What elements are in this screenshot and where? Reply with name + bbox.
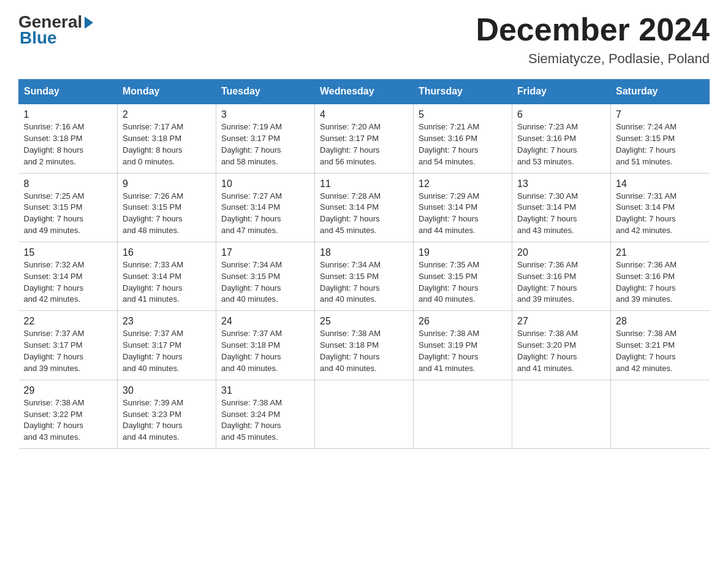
calendar-cell: 11Sunrise: 7:28 AMSunset: 3:14 PMDayligh… (315, 173, 414, 242)
day-number: 8 (24, 178, 113, 190)
day-number: 14 (616, 178, 705, 190)
calendar-cell: 21Sunrise: 7:36 AMSunset: 3:16 PMDayligh… (611, 242, 710, 310)
calendar-cell (611, 380, 710, 448)
calendar-cell: 8Sunrise: 7:25 AMSunset: 3:15 PMDaylight… (19, 173, 118, 242)
day-info: Sunrise: 7:38 AMSunset: 3:18 PMDaylight:… (320, 329, 381, 373)
day-number: 24 (221, 316, 309, 327)
calendar-cell: 23Sunrise: 7:37 AMSunset: 3:17 PMDayligh… (118, 311, 216, 380)
calendar-week-3: 15Sunrise: 7:32 AMSunset: 3:14 PMDayligh… (19, 242, 710, 310)
day-info: Sunrise: 7:24 AMSunset: 3:15 PMDaylight:… (616, 122, 677, 166)
calendar-cell: 22Sunrise: 7:37 AMSunset: 3:17 PMDayligh… (19, 311, 118, 380)
day-info: Sunrise: 7:36 AMSunset: 3:16 PMDaylight:… (616, 260, 677, 304)
day-number: 23 (123, 316, 211, 327)
calendar-week-1: 1Sunrise: 7:16 AMSunset: 3:18 PMDaylight… (19, 104, 710, 173)
day-info: Sunrise: 7:20 AMSunset: 3:17 PMDaylight:… (320, 122, 381, 166)
day-info: Sunrise: 7:16 AMSunset: 3:18 PMDaylight:… (24, 122, 85, 166)
day-number: 31 (221, 385, 309, 396)
calendar-cell (414, 380, 512, 448)
column-header-tuesday: Tuesday (216, 80, 315, 104)
calendar-cell (512, 380, 611, 448)
day-number: 13 (517, 178, 605, 190)
logo-arrow-icon (85, 17, 93, 29)
day-info: Sunrise: 7:38 AMSunset: 3:19 PMDaylight:… (419, 329, 479, 373)
day-info: Sunrise: 7:32 AMSunset: 3:14 PMDaylight:… (24, 260, 85, 304)
day-number: 20 (517, 247, 605, 258)
day-number: 25 (320, 316, 408, 327)
day-info: Sunrise: 7:30 AMSunset: 3:14 PMDaylight:… (517, 191, 578, 236)
day-number: 26 (419, 316, 507, 327)
month-title: December 2024 (476, 12, 710, 47)
calendar-cell: 15Sunrise: 7:32 AMSunset: 3:14 PMDayligh… (19, 242, 118, 310)
day-info: Sunrise: 7:34 AMSunset: 3:15 PMDaylight:… (221, 260, 282, 304)
calendar-cell (315, 380, 414, 448)
day-number: 1 (24, 109, 113, 120)
day-info: Sunrise: 7:31 AMSunset: 3:14 PMDaylight:… (616, 191, 677, 236)
column-header-saturday: Saturday (611, 80, 710, 104)
calendar-week-4: 22Sunrise: 7:37 AMSunset: 3:17 PMDayligh… (19, 311, 710, 380)
day-info: Sunrise: 7:29 AMSunset: 3:14 PMDaylight:… (419, 191, 479, 236)
column-header-sunday: Sunday (19, 80, 118, 104)
calendar-cell: 14Sunrise: 7:31 AMSunset: 3:14 PMDayligh… (611, 173, 710, 242)
day-number: 6 (517, 109, 605, 120)
column-header-thursday: Thursday (414, 80, 512, 104)
day-number: 30 (123, 385, 211, 396)
calendar-cell: 6Sunrise: 7:23 AMSunset: 3:16 PMDaylight… (512, 104, 611, 173)
day-info: Sunrise: 7:38 AMSunset: 3:24 PMDaylight:… (221, 398, 282, 442)
day-info: Sunrise: 7:34 AMSunset: 3:15 PMDaylight:… (320, 260, 381, 304)
day-info: Sunrise: 7:37 AMSunset: 3:17 PMDaylight:… (24, 329, 85, 373)
day-info: Sunrise: 7:21 AMSunset: 3:16 PMDaylight:… (419, 122, 479, 166)
calendar-cell: 29Sunrise: 7:38 AMSunset: 3:22 PMDayligh… (19, 380, 118, 448)
calendar-cell: 1Sunrise: 7:16 AMSunset: 3:18 PMDaylight… (19, 104, 118, 173)
calendar-cell: 13Sunrise: 7:30 AMSunset: 3:14 PMDayligh… (512, 173, 611, 242)
calendar-week-5: 29Sunrise: 7:38 AMSunset: 3:22 PMDayligh… (19, 380, 710, 448)
day-number: 16 (123, 247, 211, 258)
location-title: Siemiatycze, Podlasie, Poland (476, 51, 710, 67)
calendar-cell: 27Sunrise: 7:38 AMSunset: 3:20 PMDayligh… (512, 311, 611, 380)
day-number: 5 (419, 109, 507, 120)
calendar-cell: 30Sunrise: 7:39 AMSunset: 3:23 PMDayligh… (118, 380, 216, 448)
day-number: 4 (320, 109, 408, 120)
day-info: Sunrise: 7:37 AMSunset: 3:17 PMDaylight:… (123, 329, 183, 373)
day-number: 22 (24, 316, 113, 327)
calendar-cell: 17Sunrise: 7:34 AMSunset: 3:15 PMDayligh… (216, 242, 315, 310)
day-number: 28 (616, 316, 705, 327)
day-number: 11 (320, 178, 408, 190)
day-number: 18 (320, 247, 408, 258)
day-info: Sunrise: 7:26 AMSunset: 3:15 PMDaylight:… (123, 191, 183, 236)
calendar-cell: 2Sunrise: 7:17 AMSunset: 3:18 PMDaylight… (118, 104, 216, 173)
calendar-cell: 10Sunrise: 7:27 AMSunset: 3:14 PMDayligh… (216, 173, 315, 242)
calendar-cell: 4Sunrise: 7:20 AMSunset: 3:17 PMDaylight… (315, 104, 414, 173)
day-number: 27 (517, 316, 605, 327)
day-info: Sunrise: 7:36 AMSunset: 3:16 PMDaylight:… (517, 260, 578, 304)
calendar-cell: 24Sunrise: 7:37 AMSunset: 3:18 PMDayligh… (216, 311, 315, 380)
logo: General Blue (18, 12, 93, 48)
calendar-cell: 16Sunrise: 7:33 AMSunset: 3:14 PMDayligh… (118, 242, 216, 310)
logo-blue-text: Blue (20, 28, 57, 48)
calendar-table: SundayMondayTuesdayWednesdayThursdayFrid… (18, 79, 710, 449)
day-info: Sunrise: 7:23 AMSunset: 3:16 PMDaylight:… (517, 122, 578, 166)
day-number: 15 (24, 247, 113, 258)
day-number: 2 (123, 109, 211, 120)
calendar-cell: 20Sunrise: 7:36 AMSunset: 3:16 PMDayligh… (512, 242, 611, 310)
calendar-header: SundayMondayTuesdayWednesdayThursdayFrid… (19, 80, 710, 104)
calendar-body: 1Sunrise: 7:16 AMSunset: 3:18 PMDaylight… (19, 104, 710, 448)
calendar-cell: 7Sunrise: 7:24 AMSunset: 3:15 PMDaylight… (611, 104, 710, 173)
calendar-cell: 26Sunrise: 7:38 AMSunset: 3:19 PMDayligh… (414, 311, 512, 380)
day-info: Sunrise: 7:33 AMSunset: 3:14 PMDaylight:… (123, 260, 183, 304)
day-info: Sunrise: 7:38 AMSunset: 3:20 PMDaylight:… (517, 329, 578, 373)
day-number: 19 (419, 247, 507, 258)
calendar-cell: 19Sunrise: 7:35 AMSunset: 3:15 PMDayligh… (414, 242, 512, 310)
calendar-cell: 25Sunrise: 7:38 AMSunset: 3:18 PMDayligh… (315, 311, 414, 380)
day-info: Sunrise: 7:28 AMSunset: 3:14 PMDaylight:… (320, 191, 381, 236)
day-info: Sunrise: 7:35 AMSunset: 3:15 PMDaylight:… (419, 260, 479, 304)
calendar-cell: 3Sunrise: 7:19 AMSunset: 3:17 PMDaylight… (216, 104, 315, 173)
day-number: 21 (616, 247, 705, 258)
column-header-wednesday: Wednesday (315, 80, 414, 104)
calendar-cell: 12Sunrise: 7:29 AMSunset: 3:14 PMDayligh… (414, 173, 512, 242)
day-info: Sunrise: 7:19 AMSunset: 3:17 PMDaylight:… (221, 122, 282, 166)
day-info: Sunrise: 7:25 AMSunset: 3:15 PMDaylight:… (24, 191, 85, 236)
day-info: Sunrise: 7:38 AMSunset: 3:22 PMDaylight:… (24, 398, 85, 442)
title-section: December 2024 Siemiatycze, Podlasie, Pol… (476, 12, 710, 67)
column-header-friday: Friday (512, 80, 611, 104)
day-info: Sunrise: 7:38 AMSunset: 3:21 PMDaylight:… (616, 329, 677, 373)
